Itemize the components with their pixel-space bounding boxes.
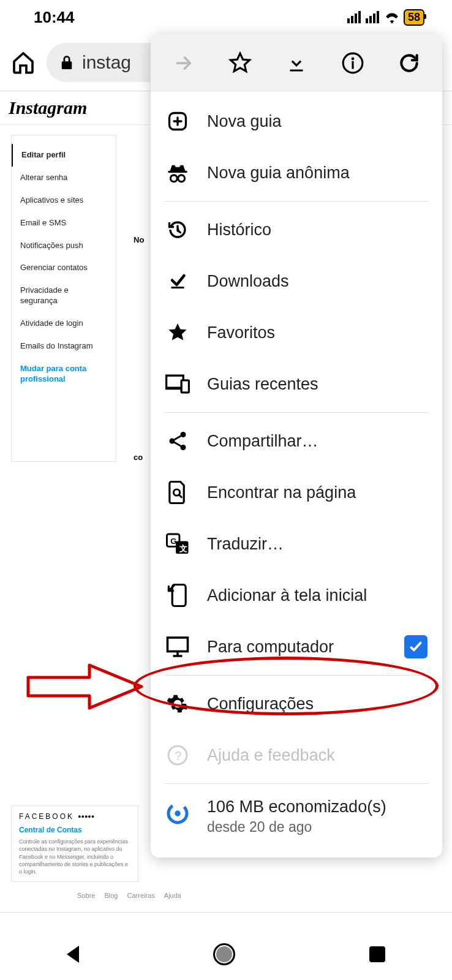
svg-point-1 xyxy=(352,58,355,61)
star-filled-icon xyxy=(165,320,190,345)
menu-translate[interactable]: G文 Traduzir… xyxy=(151,518,442,570)
footer-link[interactable]: Ajuda xyxy=(164,892,181,899)
accounts-center-desc: Controle as configurações para experiênc… xyxy=(19,838,130,875)
home-button[interactable] xyxy=(213,943,235,965)
svg-point-23 xyxy=(175,810,180,816)
sidebar-item-apps[interactable]: Aplicativos e sites xyxy=(12,189,116,212)
url-text: instag xyxy=(82,52,131,73)
clock: 10:44 xyxy=(34,8,75,27)
sidebar-item-contacts[interactable]: Gerenciar contatos xyxy=(12,257,116,279)
svg-rect-18 xyxy=(172,584,186,606)
menu-label: Traduzir… xyxy=(207,535,284,554)
sidebar-item-edit-profile[interactable]: Editar perfil xyxy=(12,144,116,167)
menu-label: Para computador xyxy=(207,638,334,657)
svg-text:文: 文 xyxy=(179,544,187,553)
footer-link[interactable]: Blog xyxy=(104,892,118,899)
menu-help[interactable]: ? Ajuda e feedback xyxy=(151,729,442,781)
footer-link[interactable]: Sobre xyxy=(77,892,95,899)
share-icon xyxy=(165,429,190,453)
back-button[interactable] xyxy=(67,946,79,963)
annotation-arrow xyxy=(22,659,145,714)
svg-point-13 xyxy=(173,489,179,496)
svg-point-6 xyxy=(178,175,185,182)
svg-point-11 xyxy=(181,432,186,437)
cutoff-text-2: co xyxy=(134,453,144,462)
menu-new-tab[interactable]: Nova guia xyxy=(151,96,442,147)
sidebar-item-email-sms[interactable]: Email e SMS xyxy=(12,212,116,235)
menu-settings[interactable]: Configurações xyxy=(151,678,442,729)
reload-icon[interactable] xyxy=(397,51,421,75)
wifi-icon xyxy=(384,10,400,24)
chrome-menu: Nova guia Nova guia anônima Histórico Do… xyxy=(151,34,442,858)
menu-label: Compartilhar… xyxy=(207,432,318,451)
forward-icon[interactable] xyxy=(171,51,196,75)
checkbox-checked-icon[interactable] xyxy=(404,635,428,658)
menu-data-saver[interactable]: 106 MB economizado(s) desde 20 de ago xyxy=(151,786,442,846)
add-to-home-icon xyxy=(165,583,190,608)
menu-downloads[interactable]: Downloads xyxy=(151,255,442,307)
facebook-accounts-center[interactable]: FACEBOOK●●●●● Central de Contas Controle… xyxy=(11,805,138,882)
svg-rect-9 xyxy=(181,380,189,393)
menu-share[interactable]: Compartilhar… xyxy=(151,415,442,467)
menu-label: Configurações xyxy=(207,695,314,714)
menu-label: Nova guia anônima xyxy=(207,164,350,183)
menu-history[interactable]: Histórico xyxy=(151,204,442,255)
facebook-brand: FACEBOOK●●●●● xyxy=(19,812,130,821)
devices-icon xyxy=(165,372,190,396)
star-icon[interactable] xyxy=(228,51,252,75)
sidebar-item-push[interactable]: Notificações push xyxy=(12,235,116,257)
menu-label: Histórico xyxy=(207,221,271,239)
cutoff-text-1: No xyxy=(134,235,144,244)
svg-text:G: G xyxy=(170,537,176,546)
status-icons: 58 xyxy=(347,9,424,26)
history-icon xyxy=(165,217,190,242)
menu-recent-tabs[interactable]: Guias recentes xyxy=(151,358,442,410)
menu-bookmarks[interactable]: Favoritos xyxy=(151,307,442,358)
menu-incognito[interactable]: Nova guia anônima xyxy=(151,147,442,198)
download-icon[interactable] xyxy=(284,51,309,75)
svg-point-10 xyxy=(170,439,175,444)
translate-icon: G文 xyxy=(165,532,190,556)
incognito-icon xyxy=(165,160,190,185)
android-nav-bar xyxy=(0,929,452,980)
menu-label: Nova guia xyxy=(207,112,282,131)
menu-label: Ajuda e feedback xyxy=(207,746,335,765)
help-icon: ? xyxy=(165,743,190,767)
accounts-center-link[interactable]: Central de Contas xyxy=(19,826,130,834)
svg-rect-2 xyxy=(352,61,353,69)
battery-indicator: 58 xyxy=(404,9,424,26)
menu-desktop-site[interactable]: Para computador xyxy=(151,621,442,673)
sidebar-item-switch-pro[interactable]: Mudar para conta profissional xyxy=(12,358,116,391)
download-check-icon xyxy=(165,269,190,293)
recents-button[interactable] xyxy=(369,946,385,962)
svg-point-5 xyxy=(170,175,177,182)
menu-label: Downloads xyxy=(207,272,289,291)
content-cutoff: No co xyxy=(116,125,144,462)
svg-rect-4 xyxy=(168,171,187,173)
footer-nav: Sobre Blog Carreiras Ajuda xyxy=(73,892,185,899)
menu-separator xyxy=(164,201,429,202)
menu-separator xyxy=(164,412,429,413)
sidebar-item-login-activity[interactable]: Atividade de login xyxy=(12,312,116,335)
plus-square-icon xyxy=(165,109,190,134)
menu-add-to-home[interactable]: Adicionar à tela inicial xyxy=(151,570,442,621)
settings-sidebar: Editar perfil Alterar senha Aplicativos … xyxy=(11,135,116,462)
gear-icon xyxy=(165,692,190,716)
footer-link[interactable]: Carreiras xyxy=(127,892,155,899)
menu-label: Adicionar à tela inicial xyxy=(207,586,367,605)
home-icon[interactable] xyxy=(11,50,36,75)
sidebar-item-emails[interactable]: Emails do Instagram xyxy=(12,335,116,358)
menu-separator xyxy=(164,783,429,784)
svg-rect-19 xyxy=(168,638,188,652)
menu-label: Encontrar na página xyxy=(207,483,356,502)
data-saver-icon xyxy=(165,801,190,826)
sidebar-item-change-password[interactable]: Alterar senha xyxy=(12,167,116,189)
sidebar-item-privacy[interactable]: Privacidade e segurança xyxy=(12,279,116,312)
menu-label: Guias recentes xyxy=(207,375,318,394)
svg-point-12 xyxy=(181,445,186,450)
info-icon[interactable] xyxy=(341,51,365,75)
menu-separator xyxy=(164,675,429,676)
desktop-icon xyxy=(165,635,190,659)
data-saver-since: desde 20 de ago xyxy=(207,819,386,835)
menu-find[interactable]: Encontrar na página xyxy=(151,467,442,518)
